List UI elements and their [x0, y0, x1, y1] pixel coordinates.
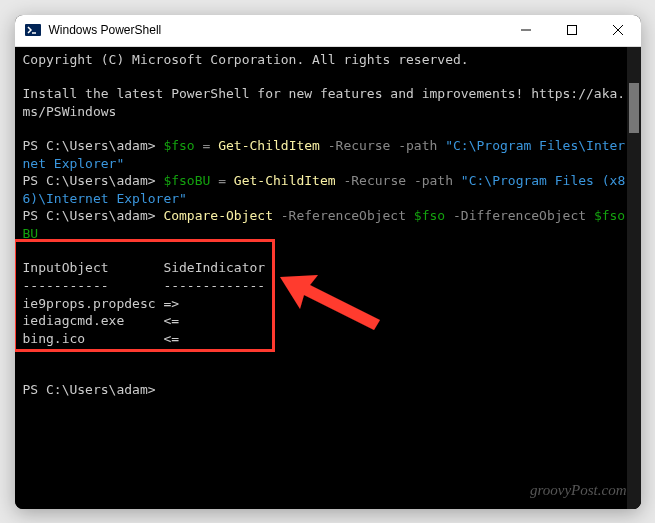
powershell-icon: [25, 22, 41, 38]
command-line-3: PS C:\Users\adam> Compare-Object -Refere…: [23, 207, 633, 242]
watermark: groovyPost.com: [530, 480, 627, 500]
output-divider: ----------- -------------: [23, 277, 633, 295]
powershell-window: Windows PowerShell Copyright (C) Microso…: [15, 15, 641, 509]
output-row: ie9props.propdesc =>: [23, 295, 633, 313]
copyright-line: Copyright (C) Microsoft Corporation. All…: [23, 51, 633, 69]
var: $fso: [414, 208, 445, 223]
var: $fsoBU: [163, 173, 210, 188]
prompt-line: PS C:\Users\adam>: [23, 381, 633, 399]
command-line-2: PS C:\Users\adam> $fsoBU = Get-ChildItem…: [23, 172, 633, 207]
close-button[interactable]: [595, 15, 641, 46]
maximize-button[interactable]: [549, 15, 595, 46]
prompt: PS C:\Users\adam>: [23, 138, 156, 153]
cmdlet: Get-ChildItem: [218, 138, 320, 153]
window-controls: [503, 15, 641, 46]
output-row: bing.ico <=: [23, 330, 633, 348]
svg-rect-0: [25, 24, 41, 36]
titlebar[interactable]: Windows PowerShell: [15, 15, 641, 47]
install-msg-line: Install the latest PowerShell for new fe…: [23, 85, 633, 120]
output-row: iediagcmd.exe <=: [23, 312, 633, 330]
window-title: Windows PowerShell: [49, 23, 503, 37]
scrollbar-track[interactable]: [627, 47, 641, 509]
scrollbar-thumb[interactable]: [629, 83, 639, 133]
minimize-button[interactable]: [503, 15, 549, 46]
var: $fso: [163, 138, 194, 153]
prompt: PS C:\Users\adam>: [23, 173, 156, 188]
cmdlet: Get-ChildItem: [234, 173, 336, 188]
cmdlet: Compare-Object: [163, 208, 273, 223]
output-header: InputObject SideIndicator: [23, 259, 633, 277]
command-line-1: PS C:\Users\adam> $fso = Get-ChildItem -…: [23, 137, 633, 172]
terminal-content[interactable]: Copyright (C) Microsoft Corporation. All…: [15, 47, 641, 509]
svg-rect-3: [567, 26, 576, 35]
prompt: PS C:\Users\adam>: [23, 208, 156, 223]
